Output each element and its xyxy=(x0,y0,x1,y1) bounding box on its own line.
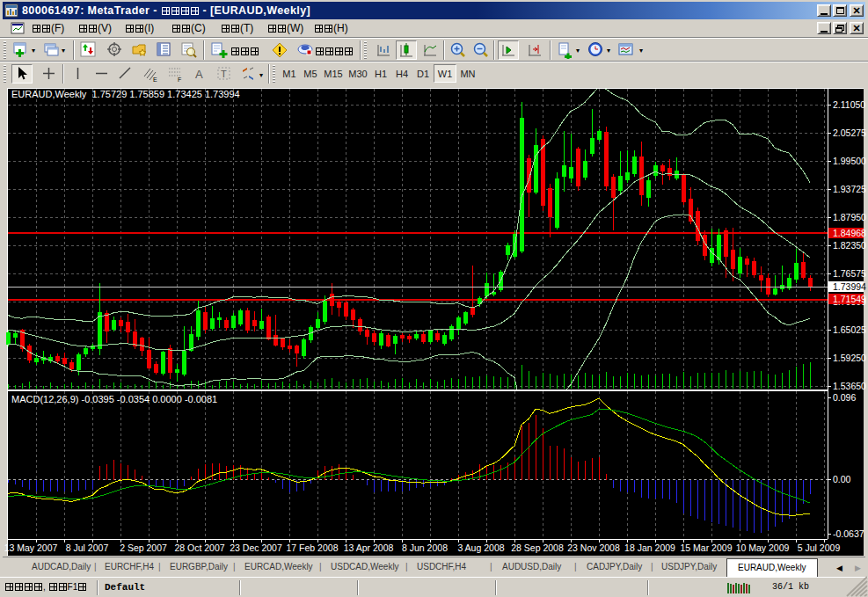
svg-text:13 Apr 2008: 13 Apr 2008 xyxy=(344,542,394,553)
svg-text:1.73994: 1.73994 xyxy=(833,281,866,292)
svg-text:A: A xyxy=(195,68,203,81)
svg-text:10 May 2009: 10 May 2009 xyxy=(736,542,790,553)
svg-text:2 Sep 2007: 2 Sep 2007 xyxy=(120,542,167,553)
svg-text:EURAUD,Weekly 1.75729 1.75859: EURAUD,Weekly 1.75729 1.75859 1.73425 1.… xyxy=(11,89,240,99)
svg-text:23 Dec 2007: 23 Dec 2007 xyxy=(230,542,282,553)
svg-text:1.76575: 1.76575 xyxy=(833,268,866,279)
svg-text:0.096: 0.096 xyxy=(833,392,856,403)
svg-text:1.87950: 1.87950 xyxy=(833,212,866,222)
svg-text:1.82350: 1.82350 xyxy=(833,240,866,251)
svg-text:MACD(12,26,9) -0.0395 -0.0354: MACD(12,26,9) -0.0395 -0.0354 0.0000 -0.… xyxy=(11,394,217,404)
svg-text:1.59250: 1.59250 xyxy=(833,353,866,363)
svg-text:1.65025: 1.65025 xyxy=(833,324,866,335)
svg-text:13 May 2007: 13 May 2007 xyxy=(4,542,58,553)
svg-text:T: T xyxy=(221,69,227,79)
svg-text:0.00: 0.00 xyxy=(833,474,851,484)
svg-text:8 Jun 2008: 8 Jun 2008 xyxy=(402,542,448,553)
svg-text:8 Jul 2007: 8 Jul 2007 xyxy=(66,542,109,553)
svg-text:2.05275: 2.05275 xyxy=(833,127,866,138)
svg-text:1.84968: 1.84968 xyxy=(833,228,866,238)
svg-text:18 Jan 2009: 18 Jan 2009 xyxy=(624,542,675,553)
svg-text:17 Feb 2008: 17 Feb 2008 xyxy=(287,542,339,553)
svg-text:1.71549: 1.71549 xyxy=(833,294,866,304)
svg-text:3 Aug 2008: 3 Aug 2008 xyxy=(457,542,504,553)
svg-text:28 Oct 2007: 28 Oct 2007 xyxy=(174,542,224,553)
svg-text:1.93725: 1.93725 xyxy=(833,184,866,194)
svg-text:1.99500: 1.99500 xyxy=(833,156,866,166)
svg-text:2.11050: 2.11050 xyxy=(833,99,865,110)
svg-text:15 Mar 2009: 15 Mar 2009 xyxy=(681,542,733,553)
svg-text:23 Nov 2008: 23 Nov 2008 xyxy=(567,542,620,553)
svg-text:-0.0637: -0.0637 xyxy=(833,528,864,539)
svg-text:E: E xyxy=(153,76,157,83)
svg-text:5 Jul 2009: 5 Jul 2009 xyxy=(798,542,841,553)
svg-text:1.53650: 1.53650 xyxy=(833,381,866,391)
svg-text:28 Sep 2008: 28 Sep 2008 xyxy=(511,542,564,553)
svg-text:F: F xyxy=(178,76,181,83)
